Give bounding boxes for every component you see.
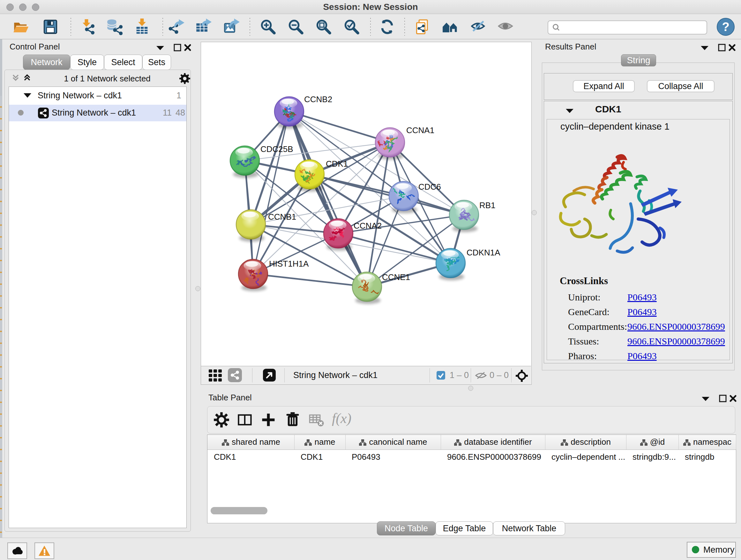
svg-text:CDC6: CDC6 (418, 182, 441, 192)
svg-text:CDK1: CDK1 (326, 159, 348, 169)
svg-text:CDC25B: CDC25B (260, 144, 293, 154)
svg-text:CCNA1: CCNA1 (406, 125, 434, 135)
svg-text:CCNA2: CCNA2 (354, 221, 382, 231)
svg-text:CCNB1: CCNB1 (268, 212, 296, 222)
svg-text:CCNE1: CCNE1 (382, 272, 410, 282)
svg-text:CDKN1A: CDKN1A (467, 248, 500, 257)
svg-text:RB1: RB1 (479, 200, 495, 210)
svg-text:HIST1H1A: HIST1H1A (269, 259, 309, 268)
svg-text:CCNB2: CCNB2 (304, 95, 332, 104)
svg-text:?: ? (722, 20, 729, 34)
